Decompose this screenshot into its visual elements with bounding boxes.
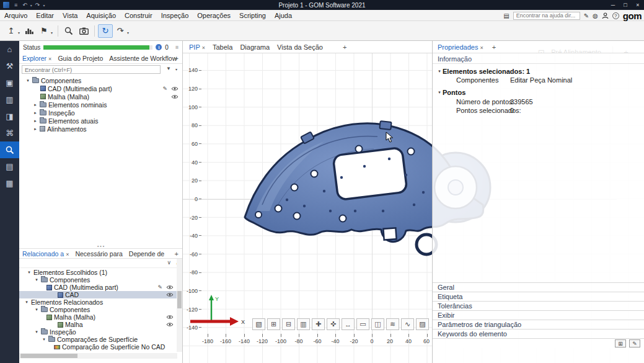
collapse-all-icon[interactable]: ∨ (167, 259, 171, 266)
tree-item[interactable]: ▸ Alinhamentos (19, 125, 182, 133)
edit-icon[interactable]: ✎ (157, 284, 162, 290)
add-table-tool-icon[interactable]: ⊞ (267, 318, 280, 330)
tab-guia-do-projeto[interactable]: Guia do Projeto (58, 55, 103, 62)
fit-tool-icon[interactable]: ↔ (342, 318, 355, 330)
tab-depende-de[interactable]: Depende de (129, 250, 164, 258)
split-tool-icon[interactable]: ◫ (371, 318, 384, 330)
eye-icon[interactable] (166, 292, 174, 297)
tree-item[interactable]: Malha (Malha) (19, 313, 177, 321)
expander-icon[interactable]: ▾ (24, 300, 29, 305)
eye-icon[interactable] (166, 285, 174, 290)
expander-icon[interactable]: ▸ (33, 110, 38, 115)
tree-item[interactable]: CAD (Multimedia part) ✎ (19, 84, 182, 92)
hatch-tool-icon[interactable]: ▨ (416, 318, 429, 330)
expander-icon[interactable]: ▾ (436, 69, 443, 74)
tree-item-label[interactable]: Malha (Malha) (48, 93, 89, 101)
tree-item-label[interactable]: Inspeção (48, 109, 75, 117)
expander-icon[interactable]: ▸ (33, 119, 38, 123)
add-view-tab-button[interactable]: + (343, 43, 346, 51)
minimize-button[interactable]: ─ (607, 0, 619, 10)
edit-icon[interactable]: ✎ (162, 86, 167, 92)
tab-pip[interactable]: PIP (189, 43, 200, 51)
tree-item[interactable]: ▸ Inspeção (19, 109, 182, 117)
edit-table-icon[interactable]: ⊞ (615, 339, 626, 347)
maximize-button[interactable]: □ (619, 0, 632, 10)
recalculate-button[interactable]: ↷ (113, 24, 128, 38)
tree-item-label[interactable]: CAD (Multimedia part) (54, 284, 118, 291)
close-button[interactable]: × (632, 0, 644, 10)
curve-tool-icon[interactable]: ∿ (401, 318, 414, 330)
export-button[interactable]: ↥ (4, 24, 19, 38)
eye-icon[interactable] (171, 86, 179, 91)
grid-icon[interactable]: ▦ (0, 175, 19, 192)
tree-item[interactable]: Comparação de Superfície No CAD (19, 343, 177, 351)
tree-item-label[interactable]: Elementos Escolhidos (1) (33, 269, 107, 276)
tree-item[interactable]: ▾ Componentes (19, 306, 177, 313)
tree-item-label[interactable]: CAD (65, 291, 79, 298)
menu-vista[interactable]: Vista (58, 10, 82, 21)
menu-editar[interactable]: Editar (32, 10, 58, 21)
export-caret-icon[interactable]: ▾ (18, 30, 20, 35)
tab-pip-close-icon[interactable]: × (202, 45, 205, 51)
recalculate-caret-icon[interactable]: ▾ (127, 30, 129, 35)
tree-item-label[interactable]: Componentes (41, 77, 81, 84)
menu-aquisicao[interactable]: Aquisição (82, 10, 120, 21)
tree-item-label[interactable]: Elementos nominais (48, 101, 107, 109)
expander-icon[interactable]: ▾ (25, 78, 30, 83)
tree-item-label[interactable]: Malha (Malha) (54, 313, 95, 321)
tree-item-label[interactable]: Comparação de Superfície No CAD (62, 343, 165, 351)
tab-necessario-para[interactable]: Necessário para (75, 250, 122, 258)
eye-icon[interactable] (166, 315, 174, 320)
print-icon[interactable]: ▣ (0, 74, 19, 91)
tree-item[interactable]: ▾ Elementos Escolhidos (1) (19, 269, 177, 276)
table-tool-icon[interactable]: ▧ (252, 318, 265, 330)
tree-item-label[interactable]: Elementos atuais (48, 117, 99, 125)
tree-item[interactable]: Malha (Malha) (19, 92, 182, 101)
section-parametros[interactable]: Parâmetros de triangulação (433, 320, 644, 329)
scrollbar-thumb[interactable] (177, 291, 182, 308)
help-icon[interactable]: ? (612, 12, 619, 19)
horizontal-scrollbar[interactable] (19, 353, 177, 359)
tab-diagrama[interactable]: Diagrama (240, 43, 270, 51)
tree-item[interactable]: Malha (19, 321, 177, 328)
tree-item[interactable]: ▸ Elementos nominais (19, 101, 182, 109)
tree-item-label[interactable]: Inspeção (50, 328, 76, 336)
add-relation-tab-button[interactable]: + (175, 250, 179, 258)
add-tab-button[interactable]: + (175, 55, 179, 62)
share-icon[interactable]: ⌘ (0, 125, 19, 141)
expander-icon[interactable]: ▸ (33, 127, 38, 132)
eye-icon[interactable] (171, 94, 179, 99)
info-section-header[interactable]: Informação (433, 54, 644, 64)
tree-item-label[interactable]: Malha (65, 321, 83, 328)
tab-vista-da-secao[interactable]: Vista da Seção (277, 43, 323, 51)
flag-caret-icon[interactable]: ▾ (51, 30, 53, 35)
tree-item[interactable]: ▾ Inspeção (19, 328, 177, 336)
expander-icon[interactable]: ▾ (34, 329, 39, 334)
tree-item[interactable]: ▾ Comparações de Superfície (19, 336, 177, 343)
info-icon[interactable]: i (156, 44, 162, 50)
help-search-input[interactable] (513, 12, 580, 20)
section-keywords[interactable]: Keywords do elemento (433, 329, 644, 338)
globe-icon[interactable]: ◍ (593, 12, 598, 19)
tab-assistente-workflow[interactable]: Assistente de Workflow (109, 55, 177, 62)
pen-icon[interactable]: ✎ (584, 12, 589, 19)
tree-item-label[interactable]: Elementos Relacionados (31, 298, 103, 306)
tree-item-label[interactable]: Comparações de Superfície (57, 336, 138, 343)
section-exibir[interactable]: Exibir (433, 310, 644, 320)
menu-ajuda[interactable]: Ajuda (270, 10, 296, 21)
capture-icon[interactable]: ◨ (0, 108, 19, 125)
tree-item[interactable]: ▾ Componentes (19, 76, 182, 84)
section-etiqueta[interactable]: Etiqueta (433, 292, 644, 301)
smooth-tool-icon[interactable]: ≋ (386, 318, 399, 330)
refresh-button[interactable]: ↻ (98, 24, 113, 38)
menu-operacoes[interactable]: Operações (193, 10, 235, 21)
tab-tabela[interactable]: Tabela (213, 43, 232, 51)
expander-icon[interactable]: ▾ (436, 90, 443, 95)
menu-arquivo[interactable]: Arquivo (0, 10, 32, 21)
expander-icon[interactable]: ▾ (34, 307, 39, 312)
home-icon[interactable]: ⌂ (0, 41, 19, 58)
expander-icon[interactable]: ▾ (27, 270, 32, 275)
histogram-rail-icon[interactable]: ▥ (0, 91, 19, 108)
filter-icon[interactable]: ▼ (166, 66, 171, 71)
tab-explorer[interactable]: Explorer (22, 55, 46, 62)
